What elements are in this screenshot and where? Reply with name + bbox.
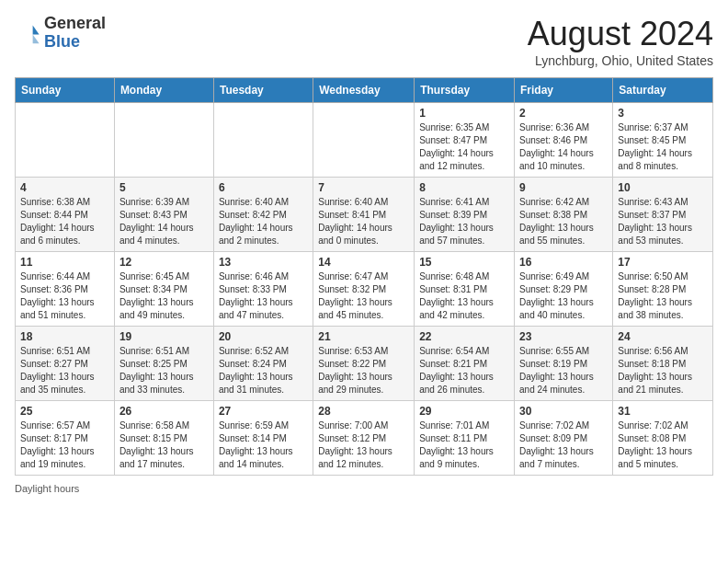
day-number: 15: [419, 256, 509, 269]
day-info: Sunrise: 6:38 AMSunset: 8:44 PMDaylight:…: [20, 196, 109, 247]
day-number: 21: [318, 330, 409, 343]
calendar-cell: 18Sunrise: 6:51 AMSunset: 8:27 PMDayligh…: [16, 327, 115, 401]
week-row-5: 25Sunrise: 6:57 AMSunset: 8:17 PMDayligh…: [16, 401, 713, 476]
logo-blue-text: Blue: [44, 32, 80, 51]
day-number: 23: [519, 330, 608, 343]
calendar-cell: [16, 103, 115, 178]
day-number: 25: [20, 405, 109, 418]
day-number: 4: [20, 181, 109, 194]
day-info: Sunrise: 6:59 AMSunset: 8:14 PMDaylight:…: [219, 419, 308, 471]
col-header-thursday: Thursday: [415, 78, 515, 103]
calendar-cell: [114, 103, 213, 178]
daylight-label: Daylight hours: [15, 483, 79, 494]
calendar-cell: [213, 103, 313, 178]
calendar-header-row: SundayMondayTuesdayWednesdayThursdayFrid…: [16, 78, 713, 103]
calendar-cell: 19Sunrise: 6:51 AMSunset: 8:25 PMDayligh…: [114, 327, 213, 401]
day-info: Sunrise: 6:51 AMSunset: 8:27 PMDaylight:…: [20, 345, 109, 396]
calendar-cell: 11Sunrise: 6:44 AMSunset: 8:36 PMDayligh…: [16, 252, 115, 327]
day-number: 20: [219, 330, 308, 343]
day-info: Sunrise: 6:50 AMSunset: 8:28 PMDaylight:…: [618, 270, 708, 322]
day-number: 28: [318, 405, 409, 418]
logo-icon: [15, 20, 40, 46]
day-info: Sunrise: 6:55 AMSunset: 8:19 PMDaylight:…: [519, 345, 608, 396]
calendar-cell: 23Sunrise: 6:55 AMSunset: 8:19 PMDayligh…: [515, 327, 613, 401]
day-info: Sunrise: 6:43 AMSunset: 8:37 PMDaylight:…: [618, 196, 708, 247]
calendar-cell: 17Sunrise: 6:50 AMSunset: 8:28 PMDayligh…: [613, 252, 713, 327]
day-number: 12: [119, 256, 209, 269]
day-number: 2: [519, 107, 608, 120]
day-number: 16: [519, 256, 608, 269]
calendar-table: SundayMondayTuesdayWednesdayThursdayFrid…: [15, 77, 713, 476]
day-info: Sunrise: 6:57 AMSunset: 8:17 PMDaylight:…: [20, 419, 109, 471]
calendar-cell: 8Sunrise: 6:41 AMSunset: 8:39 PMDaylight…: [415, 178, 515, 252]
calendar-cell: 16Sunrise: 6:49 AMSunset: 8:29 PMDayligh…: [515, 252, 613, 327]
calendar-cell: 27Sunrise: 6:59 AMSunset: 8:14 PMDayligh…: [213, 401, 313, 476]
day-number: 31: [618, 405, 708, 418]
day-info: Sunrise: 6:51 AMSunset: 8:25 PMDaylight:…: [119, 345, 209, 396]
calendar-cell: 1Sunrise: 6:35 AMSunset: 8:47 PMDaylight…: [415, 103, 515, 178]
day-info: Sunrise: 7:02 AMSunset: 8:09 PMDaylight:…: [519, 419, 608, 471]
day-info: Sunrise: 7:00 AMSunset: 8:12 PMDaylight:…: [318, 419, 409, 471]
day-number: 11: [20, 256, 109, 269]
day-number: 22: [419, 330, 509, 343]
day-info: Sunrise: 6:44 AMSunset: 8:36 PMDaylight:…: [20, 270, 109, 322]
location-title: Lynchburg, Ohio, United States: [528, 53, 713, 68]
day-info: Sunrise: 6:36 AMSunset: 8:46 PMDaylight:…: [519, 121, 608, 173]
day-number: 5: [119, 181, 209, 194]
day-number: 7: [318, 181, 409, 194]
day-info: Sunrise: 6:47 AMSunset: 8:32 PMDaylight:…: [318, 270, 409, 322]
day-info: Sunrise: 6:41 AMSunset: 8:39 PMDaylight:…: [419, 196, 509, 247]
day-number: 19: [119, 330, 209, 343]
col-header-monday: Monday: [114, 78, 213, 103]
day-info: Sunrise: 6:40 AMSunset: 8:41 PMDaylight:…: [318, 196, 409, 247]
svg-marker-1: [33, 34, 40, 43]
svg-marker-0: [33, 25, 40, 34]
day-number: 14: [318, 256, 409, 269]
calendar-cell: 30Sunrise: 7:02 AMSunset: 8:09 PMDayligh…: [515, 401, 613, 476]
week-row-4: 18Sunrise: 6:51 AMSunset: 8:27 PMDayligh…: [16, 327, 713, 401]
day-info: Sunrise: 6:52 AMSunset: 8:24 PMDaylight:…: [219, 345, 308, 396]
day-number: 3: [618, 107, 708, 120]
week-row-2: 4Sunrise: 6:38 AMSunset: 8:44 PMDaylight…: [16, 178, 713, 252]
day-info: Sunrise: 7:02 AMSunset: 8:08 PMDaylight:…: [618, 419, 708, 471]
calendar-cell: 12Sunrise: 6:45 AMSunset: 8:34 PMDayligh…: [114, 252, 213, 327]
day-info: Sunrise: 6:54 AMSunset: 8:21 PMDaylight:…: [419, 345, 509, 396]
calendar-cell: 4Sunrise: 6:38 AMSunset: 8:44 PMDaylight…: [16, 178, 115, 252]
month-title: August 2024: [528, 15, 713, 53]
calendar-cell: 9Sunrise: 6:42 AMSunset: 8:38 PMDaylight…: [515, 178, 613, 252]
calendar-cell: 22Sunrise: 6:54 AMSunset: 8:21 PMDayligh…: [415, 327, 515, 401]
logo: General Blue: [15, 15, 106, 52]
day-info: Sunrise: 6:49 AMSunset: 8:29 PMDaylight:…: [519, 270, 608, 322]
day-number: 27: [219, 405, 308, 418]
calendar-cell: 28Sunrise: 7:00 AMSunset: 8:12 PMDayligh…: [313, 401, 415, 476]
calendar-cell: 26Sunrise: 6:58 AMSunset: 8:15 PMDayligh…: [114, 401, 213, 476]
day-info: Sunrise: 7:01 AMSunset: 8:11 PMDaylight:…: [419, 419, 509, 471]
calendar-cell: 21Sunrise: 6:53 AMSunset: 8:22 PMDayligh…: [313, 327, 415, 401]
day-number: 18: [20, 330, 109, 343]
col-header-tuesday: Tuesday: [213, 78, 313, 103]
calendar-cell: 5Sunrise: 6:39 AMSunset: 8:43 PMDaylight…: [114, 178, 213, 252]
day-info: Sunrise: 6:37 AMSunset: 8:45 PMDaylight:…: [618, 121, 708, 173]
day-info: Sunrise: 6:53 AMSunset: 8:22 PMDaylight:…: [318, 345, 409, 396]
day-info: Sunrise: 6:48 AMSunset: 8:31 PMDaylight:…: [419, 270, 509, 322]
day-info: Sunrise: 6:46 AMSunset: 8:33 PMDaylight:…: [219, 270, 308, 322]
day-info: Sunrise: 6:42 AMSunset: 8:38 PMDaylight:…: [519, 196, 608, 247]
calendar-cell: 24Sunrise: 6:56 AMSunset: 8:18 PMDayligh…: [613, 327, 713, 401]
week-row-3: 11Sunrise: 6:44 AMSunset: 8:36 PMDayligh…: [16, 252, 713, 327]
calendar-cell: 6Sunrise: 6:40 AMSunset: 8:42 PMDaylight…: [213, 178, 313, 252]
day-number: 1: [419, 107, 509, 120]
calendar-cell: 14Sunrise: 6:47 AMSunset: 8:32 PMDayligh…: [313, 252, 415, 327]
day-number: 9: [519, 181, 608, 194]
day-number: 10: [618, 181, 708, 194]
day-info: Sunrise: 6:35 AMSunset: 8:47 PMDaylight:…: [419, 121, 509, 173]
day-number: 6: [219, 181, 308, 194]
calendar-cell: 31Sunrise: 7:02 AMSunset: 8:08 PMDayligh…: [613, 401, 713, 476]
week-row-1: 1Sunrise: 6:35 AMSunset: 8:47 PMDaylight…: [16, 103, 713, 178]
calendar-cell: 2Sunrise: 6:36 AMSunset: 8:46 PMDaylight…: [515, 103, 613, 178]
title-area: August 2024 Lynchburg, Ohio, United Stat…: [528, 15, 713, 68]
footer-area: Daylight hours: [15, 483, 713, 494]
calendar-cell: 3Sunrise: 6:37 AMSunset: 8:45 PMDaylight…: [613, 103, 713, 178]
logo-general-text: General: [44, 14, 106, 32]
calendar-cell: 20Sunrise: 6:52 AMSunset: 8:24 PMDayligh…: [213, 327, 313, 401]
day-number: 24: [618, 330, 708, 343]
